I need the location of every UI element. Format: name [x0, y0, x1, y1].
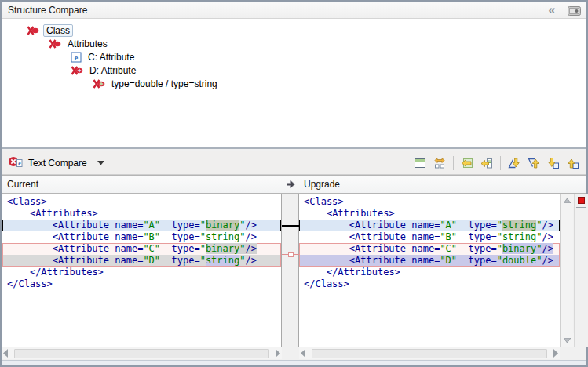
code-segment: <Attributes>	[30, 208, 98, 219]
code-segment: <Attribute name=	[53, 231, 144, 242]
code-line[interactable]: <Attribute name="A" type="string"/>	[299, 220, 560, 231]
code-segment: <Class>	[7, 196, 47, 207]
tree-item[interactable]: type=double / type=string	[2, 77, 586, 90]
overview-ruler-line	[576, 207, 586, 208]
code-segment	[7, 267, 30, 278]
swap-panes-icon[interactable]	[431, 154, 448, 172]
code-segment: string	[206, 255, 239, 266]
scroll-left-icon[interactable]	[3, 349, 9, 358]
copy-current-right-to-left-icon[interactable]	[478, 154, 495, 172]
code-segment: type=	[172, 220, 200, 231]
change-x-plus-icon	[71, 65, 83, 76]
code-line[interactable]: </Class>	[299, 278, 560, 290]
code-segment	[7, 208, 30, 219]
code-segment	[457, 231, 468, 242]
right-code-pane[interactable]: <Class> <Attributes> <Attribute name="A"…	[299, 194, 560, 347]
code-line[interactable]: </Class>	[2, 278, 281, 290]
code-segment: type=	[469, 255, 497, 266]
code-segment	[7, 243, 53, 254]
code-segment: <Attribute name=	[349, 255, 440, 266]
code-segment	[304, 255, 349, 266]
left-code-pane[interactable]: <Class> <Attributes> <Attribute name="A"…	[2, 194, 281, 347]
code-segment: />	[245, 220, 256, 231]
code-segment: binary	[502, 243, 536, 254]
diff-connector-gutter	[281, 194, 299, 347]
change-x-icon	[49, 38, 61, 49]
next-difference-icon[interactable]	[506, 154, 523, 172]
previous-change-icon[interactable]	[564, 154, 582, 172]
code-segment	[457, 255, 468, 266]
previous-difference-icon[interactable]	[525, 154, 542, 172]
copy-all-right-to-left-icon[interactable]	[458, 154, 476, 172]
scroll-down-button[interactable]	[561, 333, 574, 347]
text-compare-content: <Class> <Attributes> <Attribute name="A"…	[2, 194, 586, 347]
vertical-scrollbar[interactable]	[560, 194, 573, 347]
code-segment: />	[542, 220, 553, 231]
change-diff-handle[interactable]	[288, 252, 294, 257]
tree-item[interactable]: D: Attribute	[2, 64, 586, 77]
code-segment: </Class>	[7, 278, 53, 289]
code-line[interactable]: <Attribute name="C" type="binary"/>	[299, 243, 560, 255]
code-segment: type=	[469, 220, 497, 231]
code-segment: </Class>	[304, 278, 349, 289]
code-segment: "double"	[497, 255, 542, 266]
tree-item[interactable]: Attributes	[2, 37, 586, 50]
triangle-up-icon	[564, 198, 571, 203]
code-segment	[304, 243, 349, 254]
structure-compare-tree: ClassAttributeseC: AttributeD: Attribute…	[2, 19, 586, 149]
scroll-up-button[interactable]	[561, 194, 574, 207]
scroll-right-icon[interactable]	[553, 349, 558, 358]
viewer-layout-icon[interactable]	[411, 154, 429, 172]
code-line[interactable]: <Attribute name="C" type="binary"/>	[2, 243, 281, 255]
overview-ruler[interactable]	[574, 194, 588, 347]
scrollbar-thumb[interactable]	[312, 349, 547, 358]
code-segment: <Attribute name=	[53, 243, 144, 254]
code-line[interactable]: <Class>	[299, 196, 560, 208]
code-segment: "string"	[200, 231, 246, 242]
left-horizontal-scrollbar[interactable]	[2, 347, 282, 359]
code-segment: <Attribute name=	[53, 220, 144, 231]
code-line[interactable]: <Attribute name="B" type="string"/>	[299, 231, 560, 243]
code-segment: "	[200, 220, 206, 231]
code-segment	[7, 231, 53, 242]
code-segment: type=	[172, 243, 200, 254]
code-line[interactable]: <Attribute name="D" type="double"/>	[299, 255, 560, 267]
change-x-icon	[27, 25, 39, 36]
code-segment	[304, 220, 349, 231]
next-change-icon[interactable]	[545, 154, 562, 172]
code-segment	[160, 243, 171, 254]
right-horizontal-scrollbar[interactable]	[299, 347, 560, 359]
scroll-left-icon[interactable]	[301, 349, 306, 358]
horizontal-scrollbar-row	[2, 347, 586, 360]
triangle-down-icon	[564, 338, 571, 343]
pane-column-headers: Current Upgrade	[2, 175, 586, 194]
code-line[interactable]: <Attribute name="A" type="binary"/>	[2, 220, 281, 231]
code-segment: "D"	[143, 255, 160, 266]
camera-icon[interactable]	[566, 3, 582, 17]
code-segment: <Attribute name=	[349, 231, 440, 242]
code-segment: "	[200, 243, 206, 254]
code-segment: <Attribute name=	[53, 255, 144, 266]
dropdown-arrow-icon[interactable]	[97, 161, 104, 165]
tree-item[interactable]: eC: Attribute	[2, 50, 586, 64]
code-line[interactable]: </Attributes>	[299, 267, 560, 278]
code-line[interactable]: <Attributes>	[2, 208, 281, 220]
code-line[interactable]: </Attributes>	[2, 267, 281, 278]
code-segment: <Attributes>	[327, 208, 395, 219]
code-line[interactable]: <Attribute name="D" type="string"/>	[2, 255, 281, 267]
scroll-right-icon[interactable]	[275, 349, 280, 358]
scrollbar-thumb[interactable]	[14, 349, 269, 358]
code-line[interactable]: <Attributes>	[299, 208, 560, 220]
code-line[interactable]: <Class>	[2, 196, 281, 208]
code-segment: </Attributes>	[30, 267, 104, 278]
diff-overview-marker[interactable]	[578, 197, 585, 204]
code-segment	[304, 267, 327, 278]
code-segment: "B"	[143, 231, 160, 242]
collapse-double-chevron-icon[interactable]: «	[544, 3, 560, 17]
text-compare-header: e Text Compare	[2, 151, 586, 175]
tree-item[interactable]: Class	[2, 24, 586, 37]
code-line[interactable]: <Attribute name="B" type="string"/>	[2, 231, 281, 243]
code-segment	[7, 220, 53, 231]
text-compare-title-group: e Text Compare	[2, 155, 104, 170]
code-segment: "A"	[143, 220, 160, 231]
